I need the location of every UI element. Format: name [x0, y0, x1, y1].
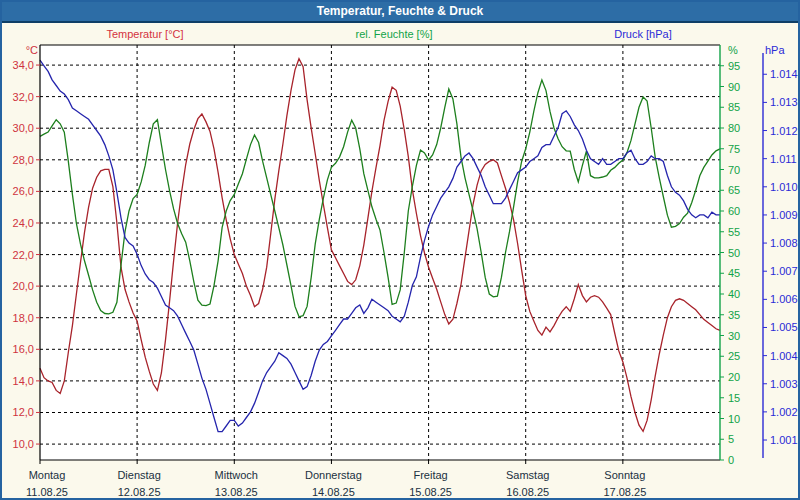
day-name-label: Samstag: [506, 469, 549, 481]
chart-canvas: 10,012,014,016,018,020,022,024,026,028,0…: [2, 2, 800, 500]
day-name-label: Freitag: [413, 469, 447, 481]
humidity-unit-label: %: [728, 44, 738, 56]
humidity-tick-label: 90: [728, 81, 740, 93]
temperature-unit-label: °C: [26, 44, 38, 56]
temperature-tick-label: 24,0: [13, 217, 34, 229]
humidity-tick-label: 45: [728, 267, 740, 279]
pressure-tick-label: 1.006: [770, 293, 798, 305]
humidity-tick-label: 40: [728, 288, 740, 300]
day-name-label: Mittwoch: [215, 469, 258, 481]
temperature-tick-label: 34,0: [13, 59, 34, 71]
pressure-tick-label: 1.008: [770, 237, 798, 249]
pressure-unit-label: hPa: [765, 44, 785, 56]
day-date-label: 11.08.25: [26, 486, 68, 498]
pressure-tick-label: 1.009: [770, 209, 798, 221]
humidity-tick-label: 5: [728, 433, 734, 445]
pressure-tick-label: 1.003: [770, 378, 798, 390]
humidity-tick-label: 0: [728, 454, 734, 466]
humidity-tick-label: 10: [728, 413, 740, 425]
humidity-tick-label: 75: [728, 143, 740, 155]
day-name-label: Montag: [29, 469, 66, 481]
pressure-tick-label: 1.012: [770, 125, 798, 137]
pressure-tick-label: 1.010: [770, 181, 798, 193]
humidity-tick-label: 30: [728, 330, 740, 342]
pressure-tick-label: 1.002: [770, 406, 798, 418]
pressure-tick-label: 1.013: [770, 96, 798, 108]
humidity-tick-label: 85: [728, 101, 740, 113]
day-name-label: Dienstag: [117, 469, 160, 481]
humidity-tick-label: 20: [728, 371, 740, 383]
humidity-tick-label: 95: [728, 60, 740, 72]
humidity-tick-label: 80: [728, 122, 740, 134]
humidity-tick-label: 25: [728, 350, 740, 362]
humidity-tick-label: 35: [728, 309, 740, 321]
humidity-tick-label: 65: [728, 184, 740, 196]
temperature-tick-label: 10,0: [13, 438, 34, 450]
pressure-tick-label: 1.005: [770, 321, 798, 333]
day-date-label: 16.08.25: [506, 486, 549, 498]
day-date-label: 13.08.25: [215, 486, 258, 498]
pressure-tick-label: 1.001: [770, 434, 798, 446]
humidity-tick-label: 50: [728, 247, 740, 259]
pressure-tick-label: 1.004: [770, 350, 798, 362]
pressure-tick-label: 1.014: [770, 68, 798, 80]
temperature-tick-label: 14,0: [13, 375, 34, 387]
humidity-tick-label: 55: [728, 226, 740, 238]
humidity-tick-label: 15: [728, 392, 740, 404]
temperature-tick-label: 20,0: [13, 280, 34, 292]
day-date-label: 15.08.25: [409, 486, 452, 498]
temperature-tick-label: 28,0: [13, 154, 34, 166]
temperature-tick-label: 12,0: [13, 406, 34, 418]
plot-area: [40, 45, 720, 460]
day-date-label: 14.08.25: [312, 486, 355, 498]
day-name-label: Sonntag: [604, 469, 645, 481]
humidity-tick-label: 70: [728, 164, 740, 176]
temperature-tick-label: 32,0: [13, 91, 34, 103]
pressure-tick-label: 1.007: [770, 265, 798, 277]
day-name-label: Donnerstag: [305, 469, 362, 481]
temperature-tick-label: 16,0: [13, 343, 34, 355]
temperature-tick-label: 22,0: [13, 249, 34, 261]
temperature-tick-label: 26,0: [13, 185, 34, 197]
temperature-tick-label: 30,0: [13, 122, 34, 134]
app-window: Temperatur, Feuchte & Druck Temperatur […: [0, 0, 800, 500]
pressure-tick-label: 1.011: [770, 153, 797, 165]
day-date-label: 12.08.25: [118, 486, 161, 498]
temperature-tick-label: 18,0: [13, 312, 34, 324]
day-date-label: 17.08.25: [603, 486, 646, 498]
humidity-tick-label: 60: [728, 205, 740, 217]
